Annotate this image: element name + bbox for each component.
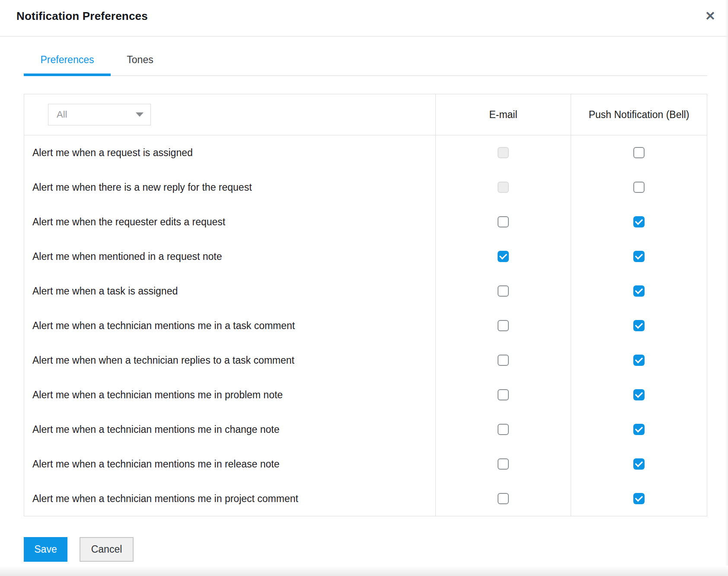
email-checkbox xyxy=(498,147,509,158)
table-row: Alert me when a technician mentions me i… xyxy=(24,412,707,447)
table-row: Alert me when a technician mentions me i… xyxy=(24,481,707,516)
email-checkbox[interactable] xyxy=(498,285,509,297)
push-checkbox[interactable] xyxy=(633,147,645,158)
tabs-underline xyxy=(24,75,707,76)
email-checkbox[interactable] xyxy=(498,355,509,366)
email-checkbox[interactable] xyxy=(498,320,509,331)
chevron-down-icon xyxy=(136,112,144,117)
row-label: Alert me when a technician mentions me i… xyxy=(24,412,435,447)
row-label: Alert me when when a technician replies … xyxy=(24,343,435,378)
table-row: Alert me when there is a new reply for t… xyxy=(24,170,707,205)
push-checkbox[interactable] xyxy=(633,458,645,470)
email-checkbox[interactable] xyxy=(498,493,509,504)
row-label: Alert me when the requester edits a requ… xyxy=(24,205,435,239)
push-checkbox[interactable] xyxy=(633,355,645,366)
email-checkbox[interactable] xyxy=(498,216,509,227)
email-checkbox[interactable] xyxy=(498,251,509,262)
row-label: Alert me when mentioned in a request not… xyxy=(24,239,435,274)
dialog-header: Notification Preferences ✕ xyxy=(0,0,728,37)
email-checkbox[interactable] xyxy=(498,424,509,435)
push-checkbox[interactable] xyxy=(633,493,645,504)
table-row: Alert me when mentioned in a request not… xyxy=(24,239,707,274)
push-column-header: Push Notification (Bell) xyxy=(571,94,707,135)
category-filter-dropdown[interactable]: All xyxy=(48,104,151,125)
table-row: Alert me when the requester edits a requ… xyxy=(24,205,707,239)
email-checkbox xyxy=(498,182,509,193)
tab-preferences[interactable]: Preferences xyxy=(24,50,111,69)
page-bottom-edge xyxy=(0,566,728,576)
push-checkbox[interactable] xyxy=(633,251,645,262)
table-row: Alert me when when a technician replies … xyxy=(24,343,707,378)
page-right-edge xyxy=(725,0,728,576)
dialog-title: Notification Preferences xyxy=(16,10,148,23)
notification-preferences-table: All E-mail Push Notification (Bell) Aler… xyxy=(24,94,707,516)
table-row: Alert me when a task is assigned xyxy=(24,274,707,308)
row-label: Alert me when a request is assigned xyxy=(24,135,435,170)
active-tab-indicator xyxy=(24,74,111,76)
row-label: Alert me when a technician mentions me i… xyxy=(24,308,435,343)
category-filter-value: All xyxy=(57,109,67,120)
table-row: Alert me when a technician mentions me i… xyxy=(24,378,707,412)
table-header-row: All E-mail Push Notification (Bell) xyxy=(24,94,707,135)
table-row: Alert me when a technician mentions me i… xyxy=(24,447,707,481)
email-column-header: E-mail xyxy=(435,94,571,135)
save-button[interactable]: Save xyxy=(24,537,67,562)
table-row: Alert me when a request is assigned xyxy=(24,135,707,170)
close-icon: ✕ xyxy=(705,10,715,22)
tab-tones[interactable]: Tones xyxy=(111,50,169,69)
row-label: Alert me when a technician mentions me i… xyxy=(24,378,435,412)
push-checkbox[interactable] xyxy=(633,424,645,435)
close-button[interactable]: ✕ xyxy=(701,7,719,25)
filter-header-cell: All xyxy=(24,94,435,135)
row-label: Alert me when there is a new reply for t… xyxy=(24,170,435,205)
email-checkbox[interactable] xyxy=(498,389,509,400)
push-checkbox[interactable] xyxy=(633,216,645,227)
table-row: Alert me when a technician mentions me i… xyxy=(24,308,707,343)
row-label: Alert me when a technician mentions me i… xyxy=(24,447,435,481)
push-checkbox[interactable] xyxy=(633,389,645,400)
push-checkbox[interactable] xyxy=(633,285,645,297)
cancel-button[interactable]: Cancel xyxy=(80,537,134,562)
push-checkbox[interactable] xyxy=(633,182,645,193)
row-label: Alert me when a technician mentions me i… xyxy=(24,481,435,516)
row-label: Alert me when a task is assigned xyxy=(24,274,435,308)
email-checkbox[interactable] xyxy=(498,458,509,470)
push-checkbox[interactable] xyxy=(633,320,645,331)
